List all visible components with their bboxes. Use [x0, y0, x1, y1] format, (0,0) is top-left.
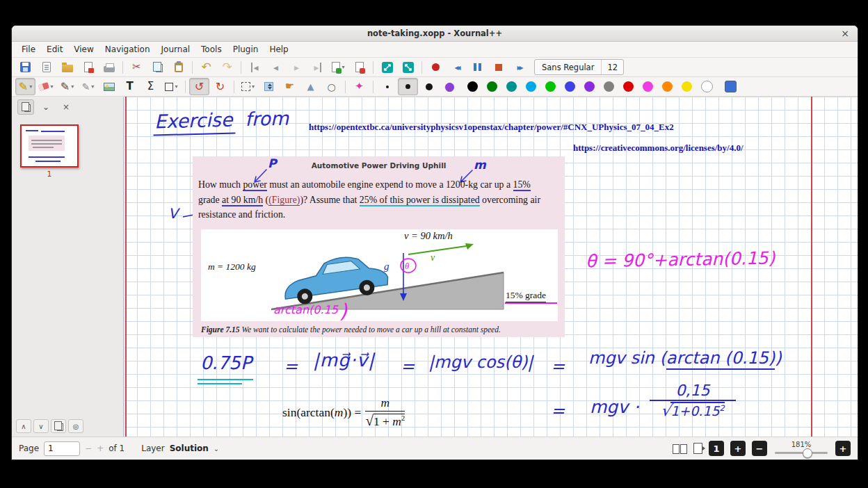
zoom-100-button[interactable]: 1 — [709, 441, 724, 456]
first-page-button[interactable]: ◂ — [245, 58, 265, 76]
rotation-snap-button[interactable]: ↺ — [189, 78, 209, 95]
open-button[interactable] — [57, 58, 77, 76]
next-annotated-page-button[interactable]: ∨ — [33, 419, 49, 433]
font-selector[interactable]: Sans Regular 12 — [534, 59, 624, 75]
menu-journal[interactable]: Journal — [156, 43, 196, 56]
save-button[interactable] — [15, 58, 35, 76]
hand-tool-button[interactable]: ☛ — [280, 78, 300, 95]
two-page-view-button[interactable] — [673, 444, 687, 454]
menu-edit[interactable]: Edit — [41, 43, 68, 56]
zoom-slider-thumb[interactable] — [803, 448, 812, 458]
sidebar-preview-tab-button[interactable] — [17, 99, 34, 115]
figure-link[interactable]: (Figure) — [268, 195, 300, 206]
zoom-fit-width-button[interactable]: − — [752, 441, 767, 456]
thickness-thick-button[interactable] — [419, 78, 439, 95]
fast-forward-button[interactable]: ▸▸ — [509, 58, 529, 76]
pen-tool-button[interactable]: ✎▾ — [15, 78, 35, 95]
new-document-button[interactable] — [36, 58, 56, 76]
last-page-button[interactable]: ▸ — [307, 58, 328, 76]
highlighter-tool-button[interactable]: ✎▾ — [57, 78, 77, 95]
zoom-fit-button[interactable] — [377, 58, 397, 76]
export-pdf-button[interactable] — [78, 58, 98, 76]
page-increment-button[interactable]: + — [97, 444, 104, 453]
shape-recognizer-button[interactable]: ▲ — [300, 78, 321, 95]
shape-tool-button[interactable]: ▾ — [161, 78, 182, 95]
delete-page-button[interactable] — [349, 58, 369, 76]
exercise-line-1: How much power must an automobile engine… — [198, 177, 561, 193]
color-swatch-5[interactable] — [565, 81, 575, 92]
cut-button[interactable]: ✂ — [127, 58, 147, 76]
grid-snap-button[interactable]: ↻ — [210, 78, 230, 95]
pages-icon — [57, 423, 63, 431]
ts-fraction: m √1 + m2 — [365, 396, 405, 430]
drawing-canvas[interactable]: Exercisefrom https://opentextbc.ca/unive… — [124, 97, 858, 437]
eraser-tool-button[interactable]: ▾ — [36, 78, 56, 95]
color-swatch-12[interactable] — [701, 81, 713, 92]
menu-view[interactable]: View — [68, 43, 99, 56]
page-decrement-button[interactable]: − — [85, 444, 92, 453]
copy-button[interactable] — [147, 58, 168, 76]
sidebar-tab-dropdown-button[interactable]: ⌄ — [38, 99, 54, 115]
single-page-view-button[interactable] — [693, 443, 702, 454]
color-swatch-0[interactable] — [467, 81, 478, 92]
window-close-button[interactable]: × — [839, 27, 851, 40]
text-tool-button[interactable]: T — [120, 78, 140, 95]
next-page-button[interactable]: ▸ — [287, 58, 307, 76]
color-swatch-2[interactable] — [506, 81, 517, 92]
page-thumbnail[interactable] — [20, 124, 79, 168]
color-swatch-4[interactable] — [545, 81, 556, 92]
exercise-line-3: resistance and friction. — [198, 207, 561, 222]
fill-tool-button[interactable]: ● — [440, 78, 460, 95]
layer-value[interactable]: Solution — [170, 444, 209, 453]
select-rect-button[interactable]: ▾ — [238, 78, 258, 95]
color-swatch-1[interactable] — [487, 81, 497, 92]
print-button[interactable] — [99, 58, 119, 76]
close-icon: × — [63, 102, 70, 112]
page-number-input[interactable] — [44, 441, 80, 456]
rewind-button[interactable]: ◂◂ — [447, 58, 467, 76]
spline-tool-button[interactable]: ✦ — [349, 78, 369, 95]
menu-tools[interactable]: Tools — [195, 43, 227, 56]
menu-file[interactable]: File — [16, 43, 41, 56]
menu-help[interactable]: Help — [264, 43, 294, 56]
add-page-button[interactable]: ▾ — [328, 58, 348, 76]
layer-dropdown-icon[interactable]: ⌄ — [214, 445, 219, 453]
undo-button[interactable]: ↶ — [196, 58, 216, 76]
focus-current-page-button[interactable]: ◎ — [68, 419, 83, 433]
circle-tool-button[interactable]: ○ — [321, 78, 341, 95]
zoom-slider-track — [775, 452, 828, 454]
duplicate-page-button[interactable] — [51, 419, 66, 433]
previous-page-button[interactable]: ◂ — [266, 58, 286, 76]
redo-button[interactable]: ↷ — [217, 58, 237, 76]
select-pen-button[interactable]: ✎▾ — [78, 78, 98, 95]
color-swatch-7[interactable] — [604, 81, 614, 92]
eq-fraction-bar — [650, 400, 736, 401]
thickness-medium-button[interactable] — [398, 78, 418, 95]
tex-tool-button[interactable]: Σ — [140, 78, 161, 95]
font-size[interactable]: 12 — [602, 63, 623, 72]
zoom-slider[interactable] — [775, 448, 828, 457]
pause-button[interactable] — [467, 58, 488, 76]
color-swatch-3[interactable] — [526, 81, 536, 92]
font-name[interactable]: Sans Regular — [535, 63, 601, 72]
record-button[interactable] — [426, 58, 446, 76]
menu-navigation[interactable]: Navigation — [99, 43, 156, 56]
menu-plugin[interactable]: Plugin — [227, 43, 264, 56]
color-swatch-8[interactable] — [623, 81, 634, 92]
menubar-items: FileEditViewNavigationJournalToolsPlugin… — [12, 42, 858, 58]
paste-button[interactable] — [168, 58, 188, 76]
sidebar-close-button[interactable]: × — [58, 99, 74, 115]
color-swatch-10[interactable] — [662, 81, 673, 92]
thickness-fine-button[interactable] — [377, 78, 397, 95]
zoom-in-button[interactable]: + — [835, 441, 851, 456]
image-tool-button[interactable] — [99, 78, 119, 95]
stop-button[interactable] — [488, 58, 508, 76]
color-swatch-6[interactable] — [584, 81, 595, 92]
color-current-button[interactable] — [721, 78, 741, 95]
color-swatch-9[interactable] — [643, 81, 653, 92]
vertical-space-button[interactable] — [259, 78, 279, 95]
color-swatch-11[interactable] — [682, 81, 692, 92]
zoom-original-button[interactable] — [398, 58, 418, 76]
previous-annotated-page-button[interactable]: ∧ — [16, 419, 31, 433]
zoom-fit-page-button[interactable]: + — [730, 441, 746, 456]
